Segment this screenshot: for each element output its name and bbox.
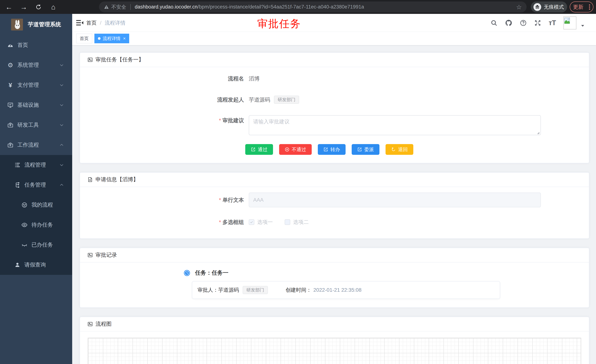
checkbox-option2 — [285, 219, 290, 225]
eye-closed-icon — [21, 241, 28, 248]
card-title: 审批记录 — [96, 251, 117, 259]
font-size-icon[interactable]: ᴛT — [549, 19, 556, 27]
initiator-label: 流程发起人 — [80, 95, 249, 105]
avatar[interactable] — [563, 16, 576, 29]
chevron-up-icon — [59, 143, 64, 147]
return-button[interactable]: 退回 — [386, 144, 413, 155]
main-area: 首页 / 流程详情 审批任务 ᴛT 首页 — [72, 14, 596, 364]
github-icon[interactable] — [505, 19, 512, 27]
sidebar-item-pay[interactable]: ¥ 支付管理 — [0, 75, 72, 95]
approve-task-card-header: 审批任务【任务一】 — [80, 53, 589, 67]
dept-tag: 研发部门 — [274, 96, 299, 104]
red-annotation-text: 审批任务 — [257, 17, 301, 31]
card-title: 申请信息【滔博】 — [96, 176, 138, 183]
approval-records-card-header: 审批记录 — [80, 248, 589, 262]
url-path: /bpm/process-instance/detail?id=54aa251f… — [197, 4, 364, 10]
dept-tag: 研发部门 — [243, 286, 268, 294]
document-icon — [87, 177, 93, 182]
sidebar-item-system[interactable]: ⚙ 系统管理 — [0, 55, 72, 75]
incognito-label: 无痕模式 — [544, 4, 564, 10]
breadcrumb-separator: / — [100, 20, 101, 26]
sidebar-item-todo-tasks[interactable]: 待办任务 — [0, 215, 72, 235]
sidebar-item-leave-query[interactable]: 请假查询 — [0, 255, 72, 275]
approve-task-card: 审批任务【任务一】 流程名 滔博 流程发起人 芋道源码 研发部门 — [80, 52, 589, 163]
navbar-actions: ᴛT — [491, 14, 585, 32]
pass-button-label: 通过 — [258, 146, 268, 153]
transfer-button-label: 转办 — [330, 146, 340, 153]
sidebar-logo-row[interactable]: 芋道管理系统 — [0, 14, 72, 35]
breadcrumb-home[interactable]: 首页 — [86, 19, 97, 26]
app-logo — [11, 19, 23, 30]
app-frame: 芋道管理系统 首页 ⚙ 系统管理 ¥ 支付管理 基础设施 — [0, 14, 596, 364]
checkbox-option1-label: 选项一 — [257, 217, 273, 227]
tags-view-bar: 首页 流程详情 × — [72, 32, 596, 45]
sidebar-item-workflow[interactable]: 工作流程 — [0, 135, 72, 155]
sidebar-item-label: 任务管理 — [24, 181, 46, 189]
bookmark-star-icon[interactable]: ☆ — [516, 3, 522, 11]
yen-icon: ¥ — [7, 81, 14, 89]
update-label: 更新 — [573, 4, 583, 11]
sidebar-item-label: 系统管理 — [17, 61, 39, 69]
browser-update-button[interactable]: 更新 — [570, 1, 593, 12]
reject-button[interactable]: 不通过 — [279, 144, 312, 155]
fullscreen-icon[interactable] — [534, 19, 541, 26]
tab-home[interactable]: 首页 — [76, 34, 92, 43]
caret-down-icon[interactable] — [581, 23, 585, 28]
hamburger-icon[interactable] — [75, 19, 84, 27]
resize-grip-icon[interactable] — [536, 131, 540, 134]
sidebar-item-process-mgmt[interactable]: 流程管理 — [0, 155, 72, 175]
browser-reload-icon[interactable] — [34, 3, 43, 11]
sidebar-item-label: 我的流程 — [31, 201, 53, 209]
chevron-down-icon — [59, 103, 64, 108]
tree-icon — [14, 181, 21, 189]
sidebar-item-devtools[interactable]: 研发工具 — [0, 115, 72, 135]
checkbox-group-label: 多选框组 — [80, 217, 249, 227]
browser-menu-icon[interactable] — [589, 4, 590, 10]
incognito-icon — [533, 3, 541, 11]
pass-button[interactable]: 通过 — [245, 144, 273, 155]
picture-icon — [87, 321, 93, 327]
chevron-down-icon — [59, 83, 64, 87]
sidebar-item-home[interactable]: 首页 — [0, 35, 72, 55]
sidebar-item-label: 支付管理 — [17, 81, 39, 89]
picture-icon — [87, 57, 93, 63]
apply-info-card-header: 申请信息【滔博】 — [80, 173, 589, 187]
sidebar-item-task-mgmt[interactable]: 任务管理 — [0, 175, 72, 195]
tab-process-detail[interactable]: 流程详情 × — [94, 34, 129, 43]
warning-icon — [104, 4, 109, 10]
delegate-button[interactable]: 委派 — [352, 144, 380, 155]
search-icon[interactable] — [491, 19, 498, 26]
single-text-input — [249, 193, 541, 207]
suggestion-label: 审批建议 — [80, 115, 249, 126]
security-chip[interactable]: 不安全 — [104, 4, 126, 10]
approval-records-card: 审批记录 任务：任务一 审批人： 芋道源码 研发部门 创建时间： 202 — [80, 248, 589, 308]
clock-icon — [184, 270, 190, 276]
sidebar-item-done-tasks[interactable]: 已办任务 — [0, 235, 72, 255]
created-time-value: 2022-01-21 22:35:08 — [313, 287, 361, 293]
checkbox-option1 — [249, 219, 254, 225]
dashboard-icon — [7, 41, 14, 49]
delegate-button-label: 委派 — [364, 146, 374, 153]
url-host: dashboard.yudao.iocoder.cn — [135, 4, 197, 10]
tab-label: 首页 — [80, 36, 89, 41]
incognito-badge: 无痕模式 — [531, 1, 567, 12]
tab-close-icon[interactable]: × — [123, 36, 126, 41]
approver-label: 审批人： — [197, 286, 218, 293]
sidebar-submenu-workflow: 流程管理 任务管理 我的流程 待办任务 — [0, 155, 72, 275]
approve-actions: 通过 不通过 转办 委派 — [80, 144, 589, 155]
help-icon[interactable] — [520, 19, 527, 26]
bpmn-canvas[interactable] — [88, 338, 581, 364]
browser-home-icon[interactable]: ⌂ — [49, 3, 58, 11]
process-name-value: 滔博 — [249, 73, 260, 84]
toolbox-icon — [7, 121, 14, 129]
timeline-task-row: 任务：任务一 — [80, 269, 589, 277]
sidebar-item-infra[interactable]: 基础设施 — [0, 95, 72, 115]
sidebar-item-label: 待办任务 — [31, 221, 53, 229]
sidebar-item-my-process[interactable]: 我的流程 — [0, 195, 72, 215]
address-bar[interactable]: 不安全 dashboard.yudao.iocoder.cn/bpm/proce… — [99, 1, 527, 12]
single-text-label: 单行文本 — [80, 193, 249, 207]
browser-back-icon[interactable]: ← — [4, 3, 13, 11]
browser-forward-icon[interactable]: → — [19, 3, 28, 11]
suggestion-textarea[interactable] — [249, 115, 541, 135]
transfer-button[interactable]: 转办 — [318, 144, 346, 155]
